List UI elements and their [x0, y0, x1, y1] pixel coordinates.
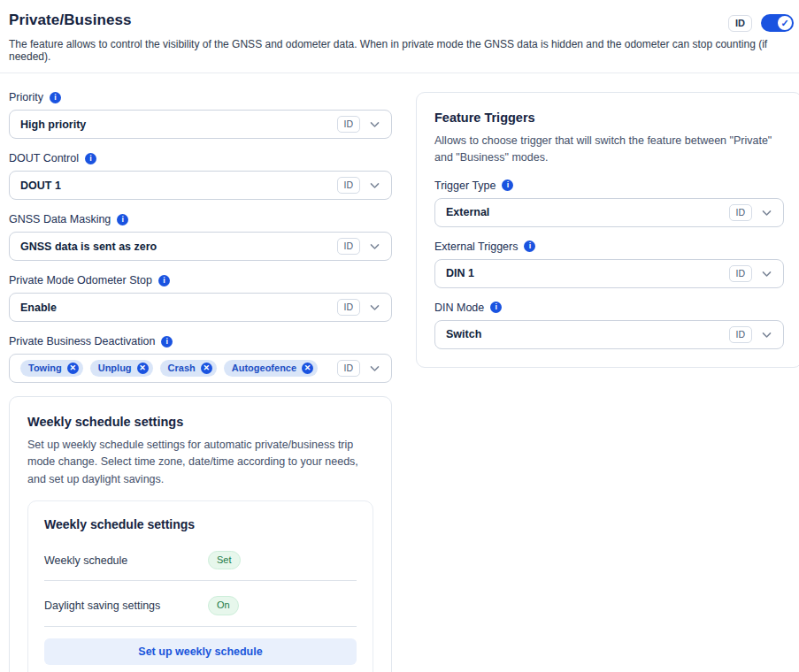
- close-icon[interactable]: ✕: [201, 363, 212, 374]
- gnss-masking-select[interactable]: GNSS data is sent as zero ID: [9, 232, 392, 261]
- close-icon[interactable]: ✕: [67, 363, 79, 374]
- field-label-row: DOUT Control i: [9, 152, 392, 164]
- trigger-type-label: Trigger Type: [434, 179, 496, 192]
- field-external-triggers: External Triggers i DIN 1 ID: [434, 241, 784, 288]
- field-label-row: Private Business Deactivation i: [9, 335, 392, 347]
- odometer-stop-select[interactable]: Enable ID: [9, 293, 392, 322]
- deactivation-label: Private Business Deactivation: [9, 335, 155, 347]
- dout-control-id-badge[interactable]: ID: [337, 177, 361, 194]
- info-icon[interactable]: i: [502, 179, 513, 191]
- field-deactivation: Private Business Deactivation i Towing ✕…: [9, 335, 392, 383]
- info-icon[interactable]: i: [490, 302, 502, 313]
- field-trigger-type: Trigger Type i External ID: [434, 179, 784, 227]
- chevron-down-icon: [369, 302, 380, 313]
- field-label-row: GNSS Data Masking i: [9, 213, 392, 225]
- dout-control-select[interactable]: DOUT 1 ID: [9, 171, 392, 200]
- feature-triggers-description: Allows to choose trigger that will switc…: [434, 133, 784, 167]
- weekly-schedule-card: Weekly schedule settings Set up weekly s…: [9, 396, 392, 672]
- feature-triggers-card: Feature Triggers Allows to choose trigge…: [416, 92, 799, 368]
- external-triggers-id-badge[interactable]: ID: [729, 265, 753, 282]
- field-label-row: External Triggers i: [434, 241, 784, 253]
- gnss-masking-label: GNSS Data Masking: [9, 213, 111, 225]
- info-icon[interactable]: i: [158, 275, 170, 286]
- chip-unplug: Unplug ✕: [90, 360, 153, 377]
- chip-label: Crash: [168, 363, 196, 374]
- field-label-row: Priority i: [9, 91, 392, 103]
- chevron-down-icon: [369, 118, 380, 130]
- weekly-card-description: Set up weekly schedule settings for auto…: [27, 437, 373, 488]
- chip-crash: Crash ✕: [160, 360, 217, 377]
- daylight-saving-row: Daylight saving settings On: [44, 591, 357, 626]
- gnss-masking-id-badge[interactable]: ID: [337, 238, 361, 255]
- external-triggers-label: External Triggers: [434, 241, 518, 253]
- external-triggers-value: DIN 1: [446, 267, 729, 279]
- priority-select[interactable]: High priority ID: [9, 110, 392, 139]
- close-icon[interactable]: ✕: [302, 363, 313, 374]
- feature-id-badge[interactable]: ID: [728, 15, 752, 32]
- chip-list: Towing ✕ Unplug ✕ Crash ✕ Autogeofence: [20, 360, 337, 377]
- dout-control-label: DOUT Control: [9, 152, 79, 164]
- weekly-schedule-status-badge: Set: [208, 551, 241, 569]
- check-icon: ✓: [778, 16, 792, 30]
- chip-label: Autogeofence: [232, 363, 296, 374]
- content-columns: Priority i High priority ID DOUT Cont: [0, 73, 799, 672]
- field-priority: Priority i High priority ID: [9, 91, 392, 139]
- dout-control-value: DOUT 1: [20, 179, 337, 192]
- info-icon[interactable]: i: [161, 336, 173, 347]
- info-icon[interactable]: i: [50, 92, 61, 103]
- chip-label: Unplug: [98, 363, 132, 374]
- priority-id-badge[interactable]: ID: [337, 116, 361, 133]
- chevron-down-icon: [369, 363, 380, 374]
- odometer-stop-id-badge[interactable]: ID: [337, 299, 361, 316]
- private-business-toggle[interactable]: ✓: [761, 14, 794, 32]
- chevron-down-icon: [761, 207, 772, 218]
- info-icon[interactable]: i: [117, 214, 128, 225]
- priority-label: Priority: [9, 91, 43, 103]
- weekly-schedule-summary-card: Weekly schedule settings Weekly schedule…: [27, 500, 373, 672]
- left-column: Priority i High priority ID DOUT Cont: [9, 91, 392, 672]
- field-dout-control: DOUT Control i DOUT 1 ID: [9, 152, 392, 200]
- trigger-type-id-badge[interactable]: ID: [729, 204, 753, 221]
- chip-towing: Towing ✕: [20, 360, 83, 377]
- daylight-saving-row-label: Daylight saving settings: [44, 599, 208, 612]
- field-odometer-stop: Private Mode Odometer Stop i Enable ID: [9, 274, 392, 322]
- chevron-down-icon: [761, 329, 772, 340]
- priority-value: High priority: [20, 118, 337, 131]
- page-header: Private/Business ID ✓: [0, 0, 799, 32]
- info-icon[interactable]: i: [85, 153, 96, 164]
- din-mode-select[interactable]: Switch ID: [434, 320, 784, 349]
- field-label-row: Private Mode Odometer Stop i: [9, 274, 392, 286]
- field-label-row: Trigger Type i: [434, 179, 784, 192]
- odometer-stop-label: Private Mode Odometer Stop: [9, 274, 152, 286]
- chevron-down-icon: [761, 268, 772, 279]
- deactivation-multiselect[interactable]: Towing ✕ Unplug ✕ Crash ✕ Autogeofence: [9, 354, 392, 383]
- page-title: Private/Business: [9, 11, 132, 29]
- weekly-schedule-row: Weekly schedule Set: [44, 546, 357, 581]
- close-icon[interactable]: ✕: [137, 363, 149, 374]
- gnss-masking-value: GNSS data is sent as zero: [20, 241, 337, 253]
- field-label-row: DIN Mode i: [434, 302, 784, 314]
- feature-triggers-title: Feature Triggers: [434, 111, 784, 125]
- din-mode-label: DIN Mode: [434, 302, 484, 314]
- weekly-summary-title: Weekly schedule settings: [44, 517, 357, 531]
- field-gnss-masking: GNSS Data Masking i GNSS data is sent as…: [9, 213, 392, 261]
- din-mode-value: Switch: [446, 328, 729, 340]
- private-business-settings-page: Private/Business ID ✓ The feature allows…: [0, 0, 799, 672]
- chevron-down-icon: [369, 241, 380, 252]
- info-icon[interactable]: i: [524, 241, 535, 252]
- page-description: The feature allows to control the visibi…: [0, 32, 799, 63]
- chip-autogeofence: Autogeofence ✕: [224, 360, 318, 377]
- deactivation-id-badge[interactable]: ID: [337, 360, 361, 377]
- header-controls: ID ✓: [728, 14, 794, 32]
- set-up-weekly-schedule-button[interactable]: Set up weekly schedule: [44, 638, 357, 665]
- chevron-down-icon: [369, 179, 380, 191]
- field-din-mode: DIN Mode i Switch ID: [434, 302, 784, 349]
- trigger-type-value: External: [446, 206, 729, 218]
- external-triggers-select[interactable]: DIN 1 ID: [434, 259, 784, 288]
- trigger-type-select[interactable]: External ID: [434, 198, 784, 227]
- din-mode-id-badge[interactable]: ID: [729, 326, 753, 343]
- weekly-card-title: Weekly schedule settings: [27, 415, 373, 429]
- odometer-stop-value: Enable: [20, 302, 337, 314]
- chip-label: Towing: [28, 363, 62, 374]
- daylight-saving-status-badge: On: [208, 596, 239, 615]
